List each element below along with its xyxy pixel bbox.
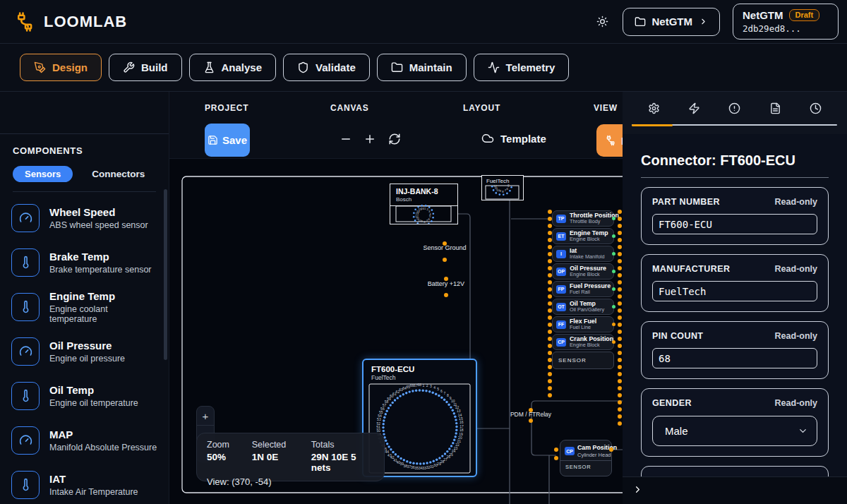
harness-logo-icon (14, 11, 35, 32)
tab-design[interactable]: Design (20, 54, 102, 81)
field-card-part-number: PART NUMBER Read-only (641, 187, 829, 245)
sidebar-scrollbar[interactable] (164, 189, 167, 360)
sensor-node-throttle-position[interactable]: TP Throttle PositionThrottle Body (552, 210, 614, 227)
status-dot (612, 217, 615, 220)
tab-build[interactable]: Build (109, 54, 182, 81)
project-group-label: PROJECT (205, 103, 248, 113)
component-item-engine-temp[interactable]: Engine TempEngine coolant temperature (0, 284, 169, 329)
status-dot (612, 270, 615, 273)
sensor-node-oil-pressure[interactable]: OP Oil PressureEngine Block (552, 263, 614, 280)
svg-text:6: 6 (440, 389, 443, 393)
sensor-node-engine-temp[interactable]: ET Engine TempEngine Block (552, 228, 614, 244)
cloud-icon (481, 132, 494, 145)
pin-count-input[interactable] (652, 348, 817, 368)
svg-text:54: 54 (378, 414, 382, 418)
gauge-icon (11, 426, 40, 455)
collapse-panel-button[interactable] (629, 482, 646, 499)
svg-text:36: 36 (411, 465, 415, 469)
file-text-icon (769, 102, 781, 114)
node-cam-position[interactable]: CP Cam Position Cylinder Head SENSOR (560, 440, 612, 476)
selected-value: 1N 0E (252, 452, 311, 462)
sensor-node-iat[interactable]: I IatIntake Manifold (552, 246, 614, 262)
folder-icon (391, 61, 403, 73)
sensor-node-flex-fuel[interactable]: FF Flex FuelFuel Line (552, 316, 614, 332)
net-label-sensor-ground: Sensor Ground (414, 244, 475, 251)
svg-text:38: 38 (404, 464, 408, 468)
svg-text:3: 3 (430, 384, 432, 388)
svg-text:53: 53 (377, 417, 381, 421)
sensor-badge: FF (556, 320, 566, 329)
harness-icon (605, 135, 616, 146)
sensor-badge: I (556, 250, 566, 258)
thermometer-icon (11, 471, 40, 499)
gender-select[interactable]: Male (652, 416, 817, 446)
sensor-node-oil-temp[interactable]: OT Oil TempOil Pan/Gallery (552, 299, 614, 315)
svg-text:7: 7 (444, 391, 446, 395)
inspector-tab-file-text[interactable] (764, 99, 786, 120)
inspector-tab-alert-circle[interactable] (724, 99, 745, 120)
alert-circle-icon (728, 102, 740, 114)
field-card-manufacturer: MANUFACTURER Read-only (641, 254, 829, 312)
part-number-input[interactable] (652, 214, 817, 234)
pin-field: 12345678910111213141516 (390, 203, 457, 224)
inspector-tab-zap[interactable] (684, 99, 705, 120)
tab-maintain[interactable]: Maintain (377, 54, 467, 81)
component-item-iat[interactable]: IATIntake Air Temperature (0, 462, 169, 504)
inspector-tab-clock[interactable] (805, 99, 826, 120)
status-dot (612, 340, 615, 344)
canvas-toolbar: PROJECT CANVAS LAYOUT VIEW Save Template… (169, 92, 623, 159)
sidebar-tab-sensors[interactable]: Sensors (13, 166, 73, 182)
totals-label: Totals (311, 440, 374, 450)
project-id: 2db29ed8... (743, 23, 829, 34)
svg-text:30: 30 (433, 463, 438, 467)
zoom-label: Zoom (207, 440, 252, 450)
component-item-oil-temp[interactable]: Oil TempEngine oil temperature (0, 373, 169, 418)
svg-text:4: 4 (433, 385, 435, 390)
chevron-right-icon (632, 484, 643, 495)
svg-text:9: 9 (500, 189, 502, 193)
status-dot (612, 323, 615, 326)
gauge-icon (11, 337, 40, 366)
sensor-node-crank-position[interactable]: CP Crank PositionEngine Block (552, 334, 614, 350)
project-switcher-button[interactable]: NetGTM (623, 8, 721, 36)
sensor-badge: ET (556, 232, 566, 241)
svg-text:35: 35 (414, 466, 419, 470)
read-only-badge: Read-only (775, 398, 817, 408)
wiring-canvas[interactable]: INJ-BANK-8 Bosch 12345678910111213141516… (169, 159, 623, 504)
component-item-map[interactable]: MAPManifold Absolute Pressure (0, 418, 169, 462)
component-item-oil-pressure[interactable]: Oil PressureEngine oil pressure (0, 329, 169, 373)
chevron-right-icon (699, 17, 708, 26)
view-coordinates: View: (370, -54) (207, 476, 374, 487)
thermometer-icon (11, 248, 40, 277)
project-card[interactable]: NetGTM Draft 2db29ed8... (733, 4, 839, 40)
component-item-brake-temp[interactable]: Brake TempBrake temperature sensor (0, 240, 169, 284)
tab-telemetry[interactable]: Telemetry (474, 54, 570, 81)
tab-validate[interactable]: Validate (283, 54, 370, 81)
sidebar-tab-connectors[interactable]: Connectors (92, 169, 145, 179)
zoom-in-button[interactable] (361, 131, 378, 148)
manufacturer-input[interactable] (652, 281, 817, 301)
status-dot (612, 305, 615, 308)
sensor-node-fuel-pressure[interactable]: FP Fuel PressureFuel Rail (552, 281, 614, 297)
theme-toggle-icon[interactable] (596, 16, 608, 28)
pin-field: 12345678910111213141516 (482, 184, 522, 200)
node-inj-bank-8[interactable]: INJ-BANK-8 Bosch 12345678910111213141516 (390, 184, 458, 224)
template-button[interactable]: Template (481, 132, 546, 145)
zoom-out-button[interactable] (337, 131, 354, 148)
canvas-zoom-in-button[interactable]: + (197, 407, 214, 425)
node-manufacturer: FuelTech (486, 178, 519, 184)
tab-analyse[interactable]: Analyse (189, 54, 277, 81)
inspector-tab-gear[interactable] (644, 99, 665, 120)
pen-tool-icon (34, 61, 46, 73)
svg-text:5: 5 (437, 387, 439, 391)
sensor-badge: OP (556, 268, 566, 276)
zap-icon (688, 102, 700, 114)
save-button[interactable]: Save (205, 124, 250, 157)
node-aux-connector[interactable]: FuelTech 12345678910111213141516 (481, 175, 524, 200)
svg-text:1: 1 (422, 383, 424, 388)
canvas-group-label: CANVAS (330, 103, 369, 113)
component-item-wheel-speed[interactable]: Wheel SpeedABS wheel speed sensor (0, 196, 169, 240)
reset-view-button[interactable] (386, 131, 403, 148)
app-title: LOOMLAB (44, 13, 127, 31)
selected-label: Selected (252, 440, 311, 450)
